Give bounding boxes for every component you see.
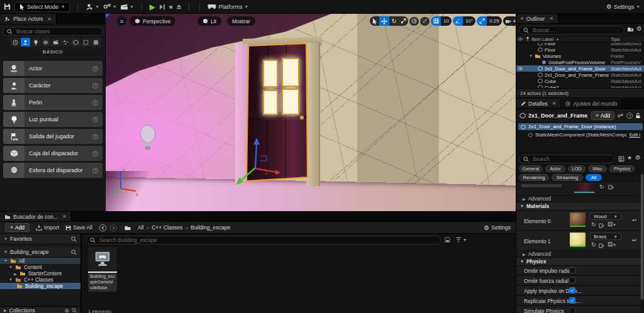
blueprint-convert-icon[interactable] <box>617 113 624 119</box>
visibility-column-eye-icon[interactable] <box>516 37 524 41</box>
category-shapes-icon[interactable] <box>41 38 50 47</box>
search-input[interactable] <box>15 28 99 35</box>
filter-misc[interactable]: Misc <box>588 165 607 172</box>
eject-button[interactable] <box>176 4 182 9</box>
import-button[interactable]: Import <box>36 224 59 231</box>
search-icon[interactable] <box>72 308 77 313</box>
save-search-icon[interactable] <box>445 237 450 243</box>
folder-icon[interactable] <box>124 225 131 231</box>
frame-skip-button[interactable] <box>159 4 165 10</box>
details-search[interactable] <box>519 155 614 163</box>
outliner-search[interactable] <box>519 26 625 35</box>
perspective-dropdown[interactable]: Perspective <box>130 16 175 26</box>
tab-world-settings[interactable]: Ajustes del mundo <box>561 99 622 108</box>
pin-column-icon[interactable] <box>524 36 531 41</box>
column-type[interactable]: Tipo <box>611 36 620 42</box>
reset-to-default-icon[interactable]: ↩ <box>632 237 637 243</box>
material-thumbnail-wood[interactable] <box>570 212 586 227</box>
place-actor-item-trigger-sphere[interactable]: Esfera del disparador? <box>3 163 103 178</box>
grid-snap-value[interactable]: 10 <box>441 16 452 26</box>
back-button[interactable] <box>99 224 107 232</box>
checkbox[interactable] <box>569 277 575 283</box>
filter-rendering[interactable]: Rendering <box>519 174 549 181</box>
save-icon[interactable] <box>4 3 11 10</box>
category-all-icon[interactable] <box>91 38 101 47</box>
column-item-label[interactable]: Item Label <box>531 36 553 42</box>
advanced-section-row[interactable]: ▶Advanced <box>516 195 641 202</box>
close-icon[interactable]: ✕ <box>62 214 67 219</box>
close-icon[interactable]: ✕ <box>552 101 557 106</box>
place-actors-search[interactable] <box>3 27 103 36</box>
breadcrumb-cpp-classes[interactable]: C++ Classes <box>152 224 182 231</box>
favorites-header[interactable]: ▼ Favorites <box>0 234 80 244</box>
rotate-tool[interactable]: ↻ <box>389 16 399 26</box>
material-thumbnail-brass[interactable] <box>570 233 586 247</box>
outliner-settings-gear-icon[interactable]: ⚙ <box>636 25 642 32</box>
forward-button[interactable] <box>109 224 118 232</box>
use-selected-asset-icon[interactable] <box>599 222 605 228</box>
outliner-row[interactable]: 2x1_Door_and_Frame_FrameStaticMeshAct <box>516 72 644 78</box>
search-icon[interactable] <box>71 250 77 255</box>
add-collection-icon[interactable]: ⊕ <box>64 307 69 313</box>
tree-item-content[interactable]: ▼ Content <box>0 264 80 270</box>
add-component-button[interactable]: +Add <box>591 111 614 120</box>
new-folder-icon[interactable] <box>627 26 634 32</box>
tab-place-actors[interactable]: Place Actors ✕ <box>0 14 57 24</box>
viewport[interactable]: z x ≡ Perspective Lit Mostrar ↻ <box>106 14 516 211</box>
asset-search[interactable] <box>86 236 441 244</box>
material-select-brass[interactable]: Brass▼ <box>590 233 621 240</box>
tree-item-all[interactable]: ▼ All <box>0 258 80 264</box>
dice-random-icon[interactable]: ⚄▼ <box>608 221 616 228</box>
help-icon[interactable]: ? <box>92 83 98 89</box>
add-asset-button[interactable]: +Add <box>5 223 30 232</box>
filter-physics[interactable]: Physics <box>609 165 635 172</box>
tab-content-browser[interactable]: Buscador de con... ✕ <box>0 212 72 221</box>
help-icon[interactable]: ? <box>92 117 98 123</box>
help-icon[interactable]: ? <box>92 151 98 156</box>
play-button[interactable]: ▶ <box>150 3 155 11</box>
expand-caret-icon[interactable]: ▼ <box>529 54 533 58</box>
select-tool[interactable] <box>370 16 379 26</box>
material-select-wood[interactable]: Wood▼ <box>590 212 621 220</box>
favorites-star-icon[interactable]: ★ <box>627 155 632 161</box>
browse-to-asset-icon[interactable]: ↻ <box>599 184 604 190</box>
add-actor-icon[interactable]: ▼ <box>86 3 99 11</box>
checkbox[interactable] <box>569 287 575 294</box>
reset-to-default-icon[interactable]: ↩ <box>632 217 637 223</box>
content-browser-settings[interactable]: ⚙Settings <box>484 224 511 231</box>
close-icon[interactable]: ✕ <box>47 16 52 22</box>
place-actor-item-character[interactable]: Carácter? <box>3 78 103 93</box>
tree-item-startercontent[interactable]: ▶ StarterContent <box>0 270 80 277</box>
browse-to-asset-icon[interactable]: ↻ <box>591 221 596 228</box>
lock-icon[interactable] <box>635 113 641 119</box>
lit-dropdown[interactable]: Lit <box>197 16 221 26</box>
checkbox[interactable] <box>569 307 575 313</box>
place-actor-item-point-light[interactable]: Luz puntual? <box>3 112 103 127</box>
tab-outliner[interactable]: ≡ Outliner ✕ <box>516 14 558 23</box>
place-actor-item-actor[interactable]: Actor? <box>3 61 103 76</box>
filter-streaming[interactable]: Streaming <box>552 174 583 181</box>
world-space-toggle[interactable] <box>409 17 419 26</box>
viewport-menu-button[interactable]: ≡ <box>117 16 126 26</box>
scale-snap-value[interactable]: 0.25 <box>487 16 502 26</box>
details-scrollbar[interactable] <box>641 174 643 300</box>
project-header[interactable]: ▼ Building_escape <box>0 247 80 258</box>
select-mode-dropdown[interactable]: Select Mode ▼ <box>14 2 70 12</box>
play-options-kebab-icon[interactable]: ⋮ <box>186 3 192 10</box>
outliner-row-folder[interactable]: ▼ VolumesFolder <box>516 53 644 59</box>
surface-snap-toggle[interactable] <box>420 17 430 26</box>
cinematics-icon[interactable]: ▼ <box>120 3 133 10</box>
stop-button[interactable]: ■ <box>169 4 172 10</box>
component-row-staticmesh[interactable]: StaticMeshComponent (StaticMeshComponent… <box>518 131 643 138</box>
place-actor-item-trigger-box[interactable]: Caja del disparador? <box>3 146 103 161</box>
breadcrumb-all[interactable]: All <box>138 224 144 231</box>
checkbox[interactable] <box>569 297 575 304</box>
static-mesh-property-row-clipped[interactable]: ↻ <box>516 182 641 195</box>
show-dropdown[interactable]: Mostrar <box>227 16 255 26</box>
blueprints-icon[interactable]: ▼ <box>103 3 116 10</box>
filter-all[interactable]: All <box>586 174 602 181</box>
tree-item-cpp-classes[interactable]: ▼ C++ Classes <box>0 277 80 283</box>
filter-general[interactable]: General <box>519 165 543 172</box>
category-recent-icon[interactable] <box>11 38 20 47</box>
category-cinematic-icon[interactable] <box>51 38 60 47</box>
